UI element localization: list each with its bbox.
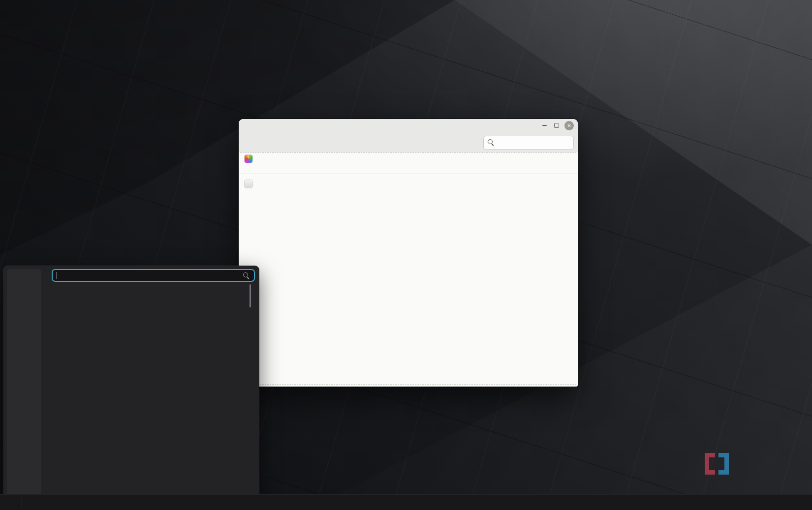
preferences-section-icon	[245, 180, 252, 188]
settings-search-input[interactable]	[498, 139, 559, 146]
close-button[interactable]	[564, 121, 574, 130]
xda-right-bracket-icon	[718, 453, 729, 475]
section-appearance-header	[245, 154, 578, 164]
text-cursor	[57, 272, 57, 279]
appearance-section-icon	[245, 155, 252, 163]
titlebar[interactable]	[239, 119, 578, 132]
menu-scrollbar[interactable]	[250, 284, 251, 307]
menu-search-input[interactable]	[60, 272, 240, 279]
cinnamon-menu	[4, 266, 259, 494]
search-icon	[243, 272, 250, 279]
system-settings-window	[239, 119, 578, 387]
section-separator	[239, 174, 578, 174]
search-icon	[487, 139, 495, 146]
xda-watermark	[705, 453, 732, 475]
menu-button[interactable]	[3, 495, 18, 510]
window-toolbar	[239, 132, 578, 152]
settings-content	[239, 152, 578, 387]
minimize-button[interactable]	[540, 121, 549, 130]
desktop	[0, 0, 812, 510]
scroll-edge-top	[240, 152, 576, 153]
menu-search-box[interactable]	[52, 269, 255, 282]
section-preferences-header	[245, 179, 578, 189]
maximize-button[interactable]	[552, 121, 561, 130]
menu-sidebar	[7, 269, 41, 494]
xda-left-bracket-icon	[705, 453, 715, 475]
clear-search-icon[interactable]	[562, 139, 570, 146]
scroll-edge-bottom	[240, 384, 576, 385]
taskbar	[0, 494, 812, 510]
taskbar-separator	[22, 497, 22, 508]
settings-search-box[interactable]	[483, 136, 574, 150]
menu-body	[52, 269, 255, 494]
